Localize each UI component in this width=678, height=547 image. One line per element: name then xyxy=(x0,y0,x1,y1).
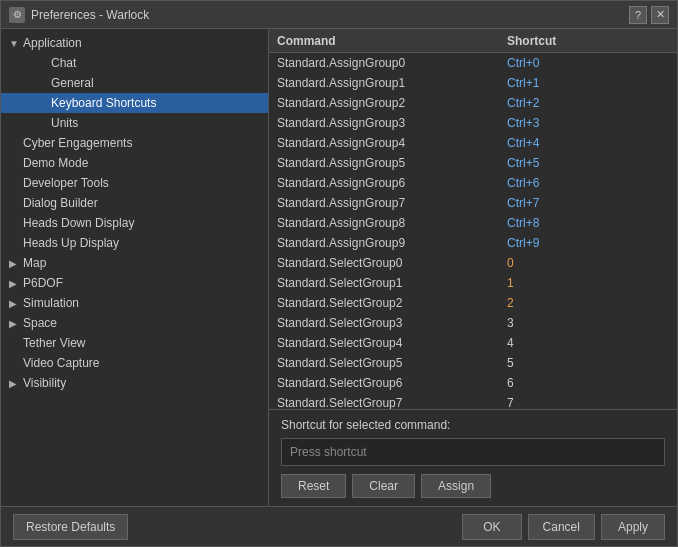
row-command-6: Standard.AssignGroup6 xyxy=(277,176,507,190)
table-row[interactable]: Standard.AssignGroup8Ctrl+8 xyxy=(269,213,677,233)
row-command-1: Standard.AssignGroup1 xyxy=(277,76,507,90)
sidebar-label-dialog-builder: Dialog Builder xyxy=(23,196,98,210)
row-command-14: Standard.SelectGroup4 xyxy=(277,336,507,350)
sidebar-item-application[interactable]: ▼Application xyxy=(1,33,268,53)
row-command-8: Standard.AssignGroup8 xyxy=(277,216,507,230)
sidebar-label-heads-up-display: Heads Up Display xyxy=(23,236,119,250)
table-row[interactable]: Standard.AssignGroup7Ctrl+7 xyxy=(269,193,677,213)
sidebar-label-visibility: Visibility xyxy=(23,376,66,390)
table-row[interactable]: Standard.SelectGroup11 xyxy=(269,273,677,293)
ok-button[interactable]: OK xyxy=(462,514,521,540)
sidebar-item-tether-view[interactable]: Tether View xyxy=(1,333,268,353)
dialog: ⚙ Preferences - Warlock ? ✕ ▼Application… xyxy=(0,0,678,547)
table-row[interactable]: Standard.SelectGroup55 xyxy=(269,353,677,373)
restore-defaults-button[interactable]: Restore Defaults xyxy=(13,514,128,540)
table-row[interactable]: Standard.AssignGroup1Ctrl+1 xyxy=(269,73,677,93)
row-command-13: Standard.SelectGroup3 xyxy=(277,316,507,330)
row-command-0: Standard.AssignGroup0 xyxy=(277,56,507,70)
close-button[interactable]: ✕ xyxy=(651,6,669,24)
sidebar-item-p6dof[interactable]: ▶P6DOF xyxy=(1,273,268,293)
sidebar-item-general[interactable]: General xyxy=(1,73,268,93)
row-command-17: Standard.SelectGroup7 xyxy=(277,396,507,409)
row-shortcut-11: 1 xyxy=(507,276,669,290)
row-command-2: Standard.AssignGroup2 xyxy=(277,96,507,110)
reset-button[interactable]: Reset xyxy=(281,474,346,498)
shortcut-input[interactable]: Press shortcut xyxy=(281,438,665,466)
tree-arrow-map: ▶ xyxy=(9,258,23,269)
sidebar-label-heads-down-display: Heads Down Display xyxy=(23,216,134,230)
sidebar-label-general: General xyxy=(51,76,94,90)
sidebar-item-developer-tools[interactable]: Developer Tools xyxy=(1,173,268,193)
sidebar-label-space: Space xyxy=(23,316,57,330)
table-row[interactable]: Standard.SelectGroup33 xyxy=(269,313,677,333)
tree-arrow-space: ▶ xyxy=(9,318,23,329)
table-row[interactable]: Standard.AssignGroup5Ctrl+5 xyxy=(269,153,677,173)
help-button[interactable]: ? xyxy=(629,6,647,24)
table-row[interactable]: Standard.SelectGroup66 xyxy=(269,373,677,393)
sidebar-label-application: Application xyxy=(23,36,82,50)
table-row[interactable]: Standard.AssignGroup9Ctrl+9 xyxy=(269,233,677,253)
sidebar-label-simulation: Simulation xyxy=(23,296,79,310)
table-header: Command Shortcut xyxy=(269,29,677,53)
sidebar-item-dialog-builder[interactable]: Dialog Builder xyxy=(1,193,268,213)
sidebar-label-demo-mode: Demo Mode xyxy=(23,156,88,170)
app-icon: ⚙ xyxy=(9,7,25,23)
row-shortcut-2: Ctrl+2 xyxy=(507,96,669,110)
row-shortcut-0: Ctrl+0 xyxy=(507,56,669,70)
row-shortcut-1: Ctrl+1 xyxy=(507,76,669,90)
row-shortcut-9: Ctrl+9 xyxy=(507,236,669,250)
sidebar-item-chat[interactable]: Chat xyxy=(1,53,268,73)
row-shortcut-13: 3 xyxy=(507,316,669,330)
table-row[interactable]: Standard.AssignGroup6Ctrl+6 xyxy=(269,173,677,193)
sidebar-item-simulation[interactable]: ▶Simulation xyxy=(1,293,268,313)
row-command-5: Standard.AssignGroup5 xyxy=(277,156,507,170)
table-row[interactable]: Standard.AssignGroup3Ctrl+3 xyxy=(269,113,677,133)
content-area: ▼ApplicationChatGeneralKeyboard Shortcut… xyxy=(1,29,677,506)
table-row[interactable]: Standard.SelectGroup77 xyxy=(269,393,677,409)
sidebar-item-space[interactable]: ▶Space xyxy=(1,313,268,333)
sidebar-label-chat: Chat xyxy=(51,56,76,70)
sidebar-label-units: Units xyxy=(51,116,78,130)
table-row[interactable]: Standard.SelectGroup44 xyxy=(269,333,677,353)
row-shortcut-10: 0 xyxy=(507,256,669,270)
table-scroll[interactable]: Standard.AssignGroup0Ctrl+0Standard.Assi… xyxy=(269,53,677,409)
table-row[interactable]: Standard.AssignGroup0Ctrl+0 xyxy=(269,53,677,73)
sidebar: ▼ApplicationChatGeneralKeyboard Shortcut… xyxy=(1,29,269,506)
sidebar-item-heads-up-display[interactable]: Heads Up Display xyxy=(1,233,268,253)
sidebar-item-visibility[interactable]: ▶Visibility xyxy=(1,373,268,393)
shortcut-button-row: Reset Clear Assign xyxy=(281,474,665,498)
assign-button[interactable]: Assign xyxy=(421,474,491,498)
sidebar-item-demo-mode[interactable]: Demo Mode xyxy=(1,153,268,173)
row-shortcut-15: 5 xyxy=(507,356,669,370)
sidebar-item-video-capture[interactable]: Video Capture xyxy=(1,353,268,373)
sidebar-item-keyboard-shortcuts[interactable]: Keyboard Shortcuts xyxy=(1,93,268,113)
table-row[interactable]: Standard.SelectGroup22 xyxy=(269,293,677,313)
sidebar-item-units[interactable]: Units xyxy=(1,113,268,133)
sidebar-label-map: Map xyxy=(23,256,46,270)
column-command-header: Command xyxy=(277,34,507,48)
sidebar-item-heads-down-display[interactable]: Heads Down Display xyxy=(1,213,268,233)
apply-button[interactable]: Apply xyxy=(601,514,665,540)
sidebar-label-keyboard-shortcuts: Keyboard Shortcuts xyxy=(51,96,156,110)
table-row[interactable]: Standard.AssignGroup4Ctrl+4 xyxy=(269,133,677,153)
cancel-button[interactable]: Cancel xyxy=(528,514,595,540)
row-shortcut-6: Ctrl+6 xyxy=(507,176,669,190)
row-shortcut-5: Ctrl+5 xyxy=(507,156,669,170)
sidebar-label-video-capture: Video Capture xyxy=(23,356,100,370)
clear-button[interactable]: Clear xyxy=(352,474,415,498)
table-row[interactable]: Standard.SelectGroup00 xyxy=(269,253,677,273)
sidebar-item-map[interactable]: ▶Map xyxy=(1,253,268,273)
table-area: Command Shortcut Standard.AssignGroup0Ct… xyxy=(269,29,677,409)
row-shortcut-12: 2 xyxy=(507,296,669,310)
row-command-9: Standard.AssignGroup9 xyxy=(277,236,507,250)
sidebar-label-developer-tools: Developer Tools xyxy=(23,176,109,190)
table-row[interactable]: Standard.AssignGroup2Ctrl+2 xyxy=(269,93,677,113)
bottom-panel: Shortcut for selected command: Press sho… xyxy=(269,409,677,506)
row-command-15: Standard.SelectGroup5 xyxy=(277,356,507,370)
shortcut-for-selected-label: Shortcut for selected command: xyxy=(281,418,665,432)
row-command-12: Standard.SelectGroup2 xyxy=(277,296,507,310)
footer-right: OK Cancel Apply xyxy=(462,514,665,540)
tree-arrow-simulation: ▶ xyxy=(9,298,23,309)
title-bar-buttons: ? ✕ xyxy=(629,6,669,24)
sidebar-item-cyber-engagements[interactable]: Cyber Engagements xyxy=(1,133,268,153)
